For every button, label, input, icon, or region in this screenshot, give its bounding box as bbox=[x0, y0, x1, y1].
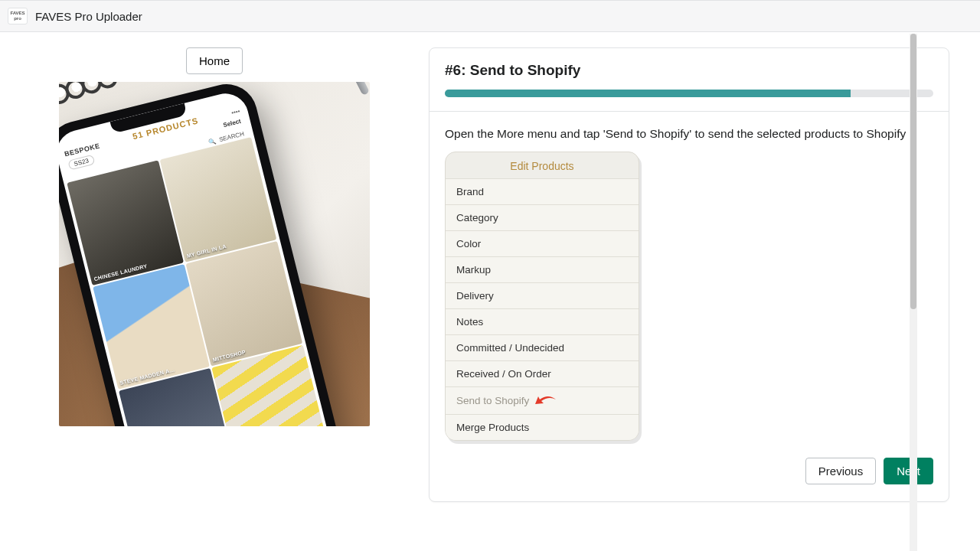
menu-item: Brand bbox=[446, 178, 639, 204]
home-button[interactable]: Home bbox=[186, 47, 243, 74]
pointer-arrow-icon bbox=[535, 394, 557, 407]
menu-screenshot-title: Edit Products bbox=[446, 152, 639, 178]
next-button[interactable]: Next bbox=[884, 458, 933, 484]
menu-item: Merge Products bbox=[446, 414, 639, 440]
app-title: FAVES Pro Uploader bbox=[35, 10, 142, 23]
menu-item: Markup bbox=[446, 256, 639, 282]
menu-item: Color bbox=[446, 230, 639, 256]
scrollbar-thumb[interactable] bbox=[910, 34, 916, 309]
progress-bar bbox=[445, 90, 933, 97]
menu-screenshot: Edit Products BrandCategoryColorMarkupDe… bbox=[445, 152, 639, 441]
menu-item: Send to Shopify bbox=[446, 386, 639, 414]
step-instruction: Open the More menu and tap 'Send to Shop… bbox=[445, 126, 933, 142]
menu-item: Committed / Undecided bbox=[446, 334, 639, 360]
phone-preview-image: BESPOKE 51 PRODUCTS •••• SS23 Select 🔍 S… bbox=[59, 82, 370, 426]
previous-button[interactable]: Previous bbox=[805, 458, 876, 484]
menu-item: Delivery bbox=[446, 282, 639, 308]
progress-bar-fill bbox=[445, 90, 851, 97]
menu-item: Category bbox=[446, 204, 639, 230]
menu-item: Notes bbox=[446, 308, 639, 334]
scrollbar[interactable] bbox=[910, 34, 917, 551]
search-icon: 🔍 bbox=[208, 137, 217, 145]
app-topbar: FAVES pro FAVES Pro Uploader bbox=[0, 0, 980, 32]
phone-select: Select bbox=[223, 118, 243, 132]
app-logo: FAVES pro bbox=[8, 8, 28, 24]
menu-item: Received / On Order bbox=[446, 360, 639, 386]
step-card: #6: Send to Shopify Open the More menu a… bbox=[429, 47, 949, 502]
step-title: #6: Send to Shopify bbox=[445, 62, 933, 79]
